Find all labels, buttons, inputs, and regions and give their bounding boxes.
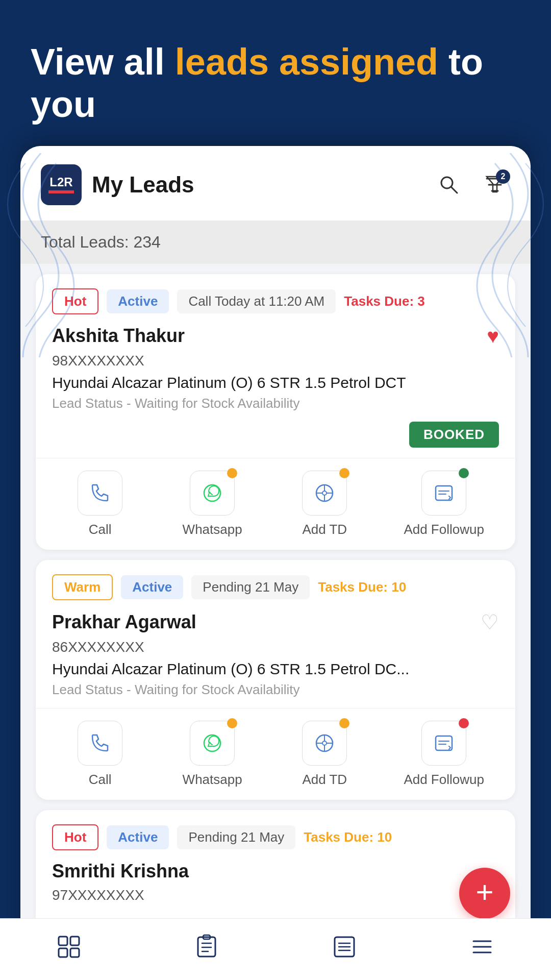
call-button-2[interactable]: Call — [67, 721, 133, 788]
tag-active-3: Active — [107, 825, 169, 849]
booked-badge-1: BOOKED — [36, 422, 515, 458]
whatsapp-icon — [200, 481, 224, 505]
booked-label: BOOKED — [409, 422, 499, 448]
lead-card-3: Hot Active Pending 21 May Tasks Due: 10 … — [36, 810, 515, 919]
add-td-icon-wrap-2 — [302, 721, 347, 766]
search-button[interactable] — [434, 169, 464, 200]
svg-rect-12 — [70, 937, 79, 945]
tag-schedule-1: Call Today at 11:20 AM — [177, 289, 336, 313]
wave-decoration-left — [0, 153, 82, 357]
leads-list: Hot Active Call Today at 11:20 AM Tasks … — [20, 264, 531, 929]
svg-rect-13 — [59, 948, 67, 957]
add-td-button-2[interactable]: Add TD — [291, 721, 358, 788]
phone-icon-2 — [88, 731, 112, 755]
svg-rect-14 — [70, 948, 79, 957]
add-followup-button-1[interactable]: Add Followup — [404, 471, 484, 537]
lead-phone-1: 98XXXXXXXX — [52, 353, 499, 369]
whatsapp-icon-wrap-1 — [190, 471, 235, 516]
call-icon-wrap — [78, 471, 122, 516]
menu-icon — [469, 934, 495, 960]
lead-card-top-3: Hot Active Pending 21 May Tasks Due: 10 … — [36, 810, 515, 919]
add-td-dot-2 — [339, 718, 349, 728]
lead-name-2: Prakhar Agarwal — [52, 611, 196, 633]
filter-button[interactable]: 2 — [480, 169, 510, 200]
lead-tags-3: Hot Active Pending 21 May Tasks Due: 10 — [52, 824, 499, 850]
tag-tasks-1: Tasks Due: 3 — [344, 293, 424, 309]
tag-tasks-2: Tasks Due: 10 — [318, 579, 406, 595]
add-followup-icon-wrap-1 — [421, 471, 466, 516]
tag-active-2: Active — [121, 575, 183, 599]
svg-rect-11 — [59, 937, 67, 945]
call-label-2: Call — [89, 772, 112, 788]
tag-schedule-3: Pending 21 May — [177, 825, 295, 849]
favorite-button-2[interactable]: ♡ — [481, 610, 499, 634]
add-followup-dot-2 — [459, 718, 469, 728]
tag-warm-2: Warm — [52, 574, 113, 600]
steering-icon — [312, 481, 337, 505]
add-td-dot-1 — [339, 468, 349, 478]
whatsapp-dot-2 — [227, 718, 237, 728]
page-title: My Leads — [92, 172, 194, 198]
filter-badge: 2 — [496, 169, 510, 184]
lead-card-2: Warm Active Pending 21 May Tasks Due: 10… — [36, 560, 515, 800]
call-button-1[interactable]: Call — [67, 471, 133, 537]
add-followup-label-2: Add Followup — [404, 772, 484, 788]
call-label-1: Call — [89, 522, 112, 537]
lead-car-1: Hyundai Alcazar Platinum (O) 6 STR 1.5 P… — [52, 374, 499, 391]
nav-item-menu[interactable] — [454, 929, 510, 965]
whatsapp-dot-1 — [227, 468, 237, 478]
lead-phone-3: 97XXXXXXXX — [52, 887, 499, 903]
svg-line-1 — [451, 187, 457, 193]
tag-tasks-3: Tasks Due: 10 — [304, 829, 392, 845]
grid-icon — [56, 934, 82, 960]
action-row-1: Call Whatsapp — [36, 458, 515, 550]
nav-item-list[interactable] — [316, 929, 372, 965]
fab-add-button[interactable]: + — [459, 868, 510, 919]
tag-hot-3: Hot — [52, 824, 98, 850]
app-card: L2R My Leads 2 Total Leads: 234 — [20, 146, 531, 980]
followup-icon — [432, 481, 456, 505]
add-followup-button-2[interactable]: Add Followup — [404, 721, 484, 788]
add-followup-label-1: Add Followup — [404, 522, 484, 537]
whatsapp-icon-wrap-2 — [190, 721, 235, 766]
whatsapp-button-1[interactable]: Whatsapp — [179, 471, 245, 537]
svg-point-9 — [322, 741, 327, 745]
steering-icon-2 — [312, 731, 337, 755]
lead-status-2: Lead Status - Waiting for Stock Availabi… — [52, 682, 499, 698]
hero-section: View all leads assigned to you — [0, 0, 551, 146]
lead-tags-1: Hot Active Call Today at 11:20 AM Tasks … — [52, 288, 499, 314]
nav-item-tasks[interactable] — [179, 929, 235, 965]
lead-status-1: Lead Status - Waiting for Stock Availabi… — [52, 396, 499, 411]
lead-tags-2: Warm Active Pending 21 May Tasks Due: 10 — [52, 574, 499, 600]
hero-title: View all leads assigned to you — [31, 41, 520, 126]
search-icon — [438, 174, 460, 196]
svg-point-5 — [322, 491, 327, 495]
list-icon — [332, 934, 357, 960]
whatsapp-label-2: Whatsapp — [183, 772, 242, 788]
tag-schedule-2: Pending 21 May — [191, 575, 310, 599]
add-td-label-1: Add TD — [302, 522, 347, 537]
lead-name-row-3: Smrithi Krishna — [52, 861, 499, 882]
bottom-nav — [0, 918, 551, 980]
add-followup-dot-1 — [459, 468, 469, 478]
call-icon-wrap-2 — [78, 721, 122, 766]
lead-card-top-2: Warm Active Pending 21 May Tasks Due: 10… — [36, 560, 515, 708]
whatsapp-button-2[interactable]: Whatsapp — [179, 721, 245, 788]
hero-title-prefix: View all — [31, 41, 175, 82]
total-leads-bar: Total Leads: 234 — [20, 220, 531, 264]
tag-active-1: Active — [107, 289, 169, 313]
lead-name-row-2: Prakhar Agarwal ♡ — [52, 610, 499, 634]
phone-icon — [88, 481, 112, 505]
followup-icon-2 — [432, 731, 456, 755]
whatsapp-icon-2 — [200, 731, 224, 755]
hero-title-highlight: leads assigned — [175, 41, 438, 82]
add-td-button-1[interactable]: Add TD — [291, 471, 358, 537]
lead-name-row-1: Akshita Thakur ♥ — [52, 325, 499, 348]
lead-phone-2: 86XXXXXXXX — [52, 639, 499, 655]
app-header: L2R My Leads 2 — [20, 146, 531, 220]
lead-car-2: Hyundai Alcazar Platinum (O) 6 STR 1.5 P… — [52, 660, 499, 678]
action-row-2: Call Whatsapp — [36, 708, 515, 800]
nav-item-grid[interactable] — [41, 929, 97, 965]
add-followup-icon-wrap-2 — [421, 721, 466, 766]
whatsapp-label-1: Whatsapp — [183, 522, 242, 537]
